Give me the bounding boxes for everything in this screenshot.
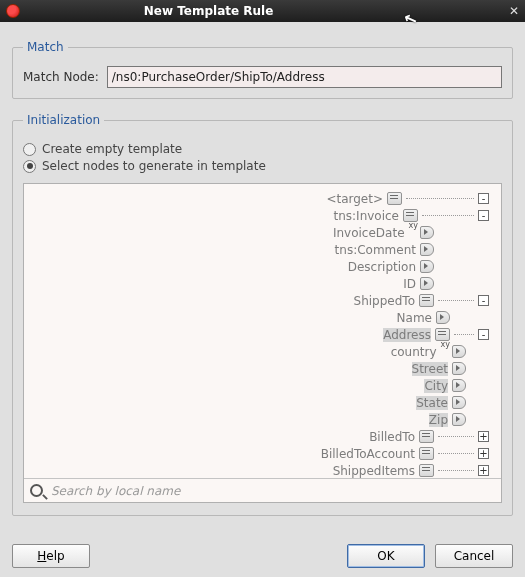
- help-rest: elp: [46, 549, 64, 563]
- mapping-badge-icon: xy: [409, 221, 418, 230]
- tree-node[interactable]: tns:Comment: [335, 241, 491, 258]
- tree-node[interactable]: InvoiceDatexy: [333, 224, 491, 241]
- tree-node[interactable]: State: [416, 394, 491, 411]
- tree-node[interactable]: <target>-: [326, 190, 491, 207]
- tree-node-label: City: [424, 379, 448, 393]
- tree-node[interactable]: Address-: [383, 326, 491, 343]
- expand-icon[interactable]: +: [478, 465, 489, 476]
- app-icon: [6, 4, 20, 18]
- collapse-icon[interactable]: -: [478, 210, 489, 221]
- cancel-button[interactable]: Cancel: [435, 544, 513, 568]
- initialization-legend: Initialization: [23, 113, 104, 127]
- collapse-icon[interactable]: -: [478, 295, 489, 306]
- complex-type-icon: [419, 430, 434, 443]
- element-icon: [420, 226, 434, 239]
- tree-spacer: [478, 397, 489, 408]
- element-icon: [436, 311, 450, 324]
- tree-spacer: [478, 312, 489, 323]
- collapse-icon[interactable]: -: [478, 329, 489, 340]
- window-title: New Template Rule: [144, 4, 274, 18]
- radio-create-empty-label: Create empty template: [42, 142, 182, 156]
- dialog-content: Match Match Node: Initialization Create …: [0, 22, 525, 536]
- tree-connector: [422, 215, 474, 216]
- tree-connector: [454, 334, 474, 335]
- tree-connector: [438, 300, 474, 301]
- ok-button[interactable]: OK: [347, 544, 425, 568]
- radio-icon: [23, 160, 36, 173]
- tree-node-label: tns:Invoice: [333, 209, 399, 223]
- element-icon: [452, 413, 466, 426]
- tree-spacer: [478, 346, 489, 357]
- tree-node-label: tns:Comment: [335, 243, 416, 257]
- initialization-group: Initialization Create empty template Sel…: [12, 113, 513, 516]
- match-group: Match Match Node:: [12, 40, 513, 99]
- tree-node[interactable]: countryxy: [391, 343, 491, 360]
- tree-spacer: [478, 278, 489, 289]
- tree-node-label: ShippedTo: [354, 294, 415, 308]
- search-placeholder: Search by local name: [51, 484, 180, 498]
- tree-node[interactable]: Description: [348, 258, 491, 275]
- tree-body: <target>-tns:Invoice-InvoiceDatexytns:Co…: [24, 184, 501, 478]
- tree-node-label: Description: [348, 260, 416, 274]
- tree-node-label: Address: [383, 328, 431, 342]
- tree-connector: [438, 453, 474, 454]
- tree-spacer: [478, 363, 489, 374]
- tree-node-label: BilledTo: [369, 430, 415, 444]
- mapping-badge-icon: xy: [441, 340, 450, 349]
- expand-icon[interactable]: +: [478, 431, 489, 442]
- tree-connector: [406, 198, 474, 199]
- match-node-label: Match Node:: [23, 70, 99, 84]
- element-icon: [452, 362, 466, 375]
- tree-node[interactable]: Zip: [429, 411, 491, 428]
- tree-node[interactable]: ShippedItems+: [333, 462, 491, 478]
- tree-search-bar[interactable]: Search by local name: [24, 478, 501, 502]
- tree-connector: [438, 283, 474, 284]
- element-icon: [420, 277, 434, 290]
- collapse-icon[interactable]: -: [478, 193, 489, 204]
- tree-node[interactable]: BilledToAccount+: [321, 445, 491, 462]
- tree-node[interactable]: City: [424, 377, 491, 394]
- search-icon: [30, 484, 43, 497]
- close-button[interactable]: ✕: [509, 4, 519, 18]
- element-icon: [452, 396, 466, 409]
- tree-node-label: Street: [412, 362, 448, 376]
- tree-node[interactable]: ID: [403, 275, 491, 292]
- radio-icon: [23, 143, 36, 156]
- expand-icon[interactable]: +: [478, 448, 489, 459]
- tree-node[interactable]: Name: [397, 309, 491, 326]
- tree-node[interactable]: Street: [412, 360, 491, 377]
- radio-create-empty[interactable]: Create empty template: [23, 142, 502, 156]
- complex-type-icon: [419, 464, 434, 477]
- radio-select-nodes-label: Select nodes to generate in template: [42, 159, 266, 173]
- match-legend: Match: [23, 40, 68, 54]
- tree-spacer: [478, 227, 489, 238]
- tree-connector: [470, 419, 474, 420]
- help-button[interactable]: Help: [12, 544, 90, 568]
- tree-node-label: Zip: [429, 413, 448, 427]
- element-icon: [452, 345, 466, 358]
- tree-spacer: [478, 414, 489, 425]
- match-node-field[interactable]: [107, 66, 502, 88]
- tree-connector: [438, 266, 474, 267]
- tree-node[interactable]: BilledTo+: [369, 428, 491, 445]
- template-tree[interactable]: <target>-tns:Invoice-InvoiceDatexytns:Co…: [23, 183, 502, 503]
- radio-select-nodes[interactable]: Select nodes to generate in template: [23, 159, 502, 173]
- tree-node-label: ShippedItems: [333, 464, 415, 478]
- complex-type-icon: [419, 447, 434, 460]
- title-bar: New Template Rule ✕ ↖: [0, 0, 525, 22]
- complex-type-icon: [387, 192, 402, 205]
- tree-spacer: [478, 261, 489, 272]
- tree-connector: [470, 402, 474, 403]
- tree-node[interactable]: ShippedTo-: [354, 292, 491, 309]
- tree-node-label: State: [416, 396, 448, 410]
- element-icon: [420, 260, 434, 273]
- tree-spacer: [478, 244, 489, 255]
- tree-node-label: InvoiceDate: [333, 226, 405, 240]
- element-icon: [452, 379, 466, 392]
- tree-node-label: BilledToAccount: [321, 447, 415, 461]
- tree-connector: [470, 351, 474, 352]
- element-icon: [420, 243, 434, 256]
- tree-connector: [438, 470, 474, 471]
- tree-connector: [470, 368, 474, 369]
- dialog-footer: Help OK Cancel: [0, 536, 525, 577]
